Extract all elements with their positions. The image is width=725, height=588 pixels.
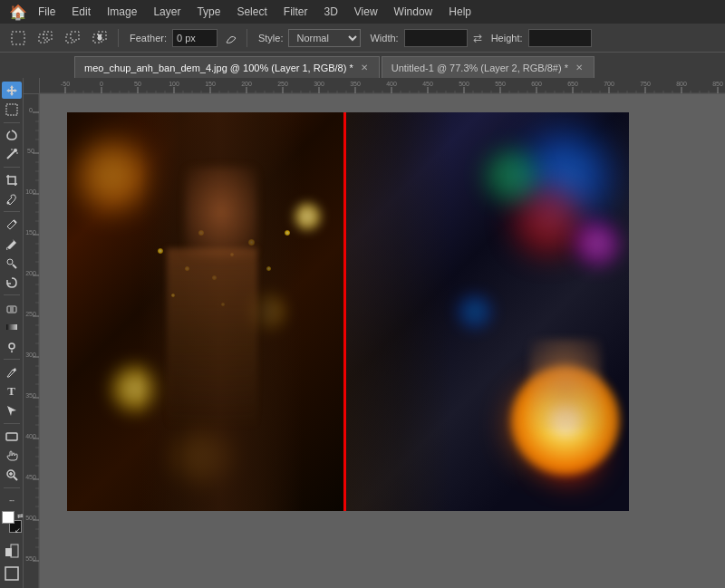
- svg-text:500: 500: [459, 81, 469, 87]
- tool-marquee-rect[interactable]: [2, 101, 22, 118]
- svg-text:350: 350: [350, 81, 361, 87]
- svg-rect-16: [10, 306, 14, 313]
- svg-text:50: 50: [134, 81, 141, 87]
- svg-point-10: [14, 149, 17, 152]
- tool-clone[interactable]: [2, 255, 22, 272]
- tool-hand[interactable]: [2, 447, 22, 464]
- tool-heal[interactable]: [2, 216, 22, 233]
- tool-zoom[interactable]: [2, 466, 22, 483]
- canvas-divider-line: [343, 112, 346, 511]
- menu-type[interactable]: Type: [189, 3, 227, 21]
- tool-quick-mask[interactable]: [2, 542, 22, 559]
- tool-sep-7: [4, 487, 20, 488]
- svg-text:700: 700: [604, 81, 614, 87]
- svg-rect-4: [71, 32, 79, 40]
- svg-text:100: 100: [25, 188, 36, 195]
- menu-window[interactable]: Window: [387, 3, 440, 21]
- svg-text:350: 350: [25, 392, 36, 399]
- foreground-color[interactable]: [2, 511, 14, 524]
- app-home-icon[interactable]: 🏠: [7, 1, 29, 23]
- svg-text:450: 450: [422, 81, 433, 87]
- tool-move[interactable]: [2, 82, 22, 99]
- tool-sep-5: [4, 359, 20, 360]
- tool-dodge[interactable]: [2, 338, 22, 355]
- style-select[interactable]: Normal Fixed Ratio Fixed Size: [288, 29, 361, 47]
- tab-1-close[interactable]: ✕: [574, 63, 585, 72]
- svg-rect-19: [6, 433, 17, 440]
- tool-shape[interactable]: [2, 428, 22, 445]
- default-colors-icon[interactable]: ↙: [14, 526, 21, 535]
- menu-help[interactable]: Help: [441, 3, 478, 21]
- new-selection-icon[interactable]: [7, 27, 29, 49]
- menu-select[interactable]: Select: [229, 3, 274, 21]
- svg-point-14: [7, 259, 13, 265]
- canvas-document[interactable]: [67, 112, 629, 511]
- options-separator-2: [246, 29, 247, 47]
- tool-history-brush[interactable]: [2, 274, 22, 291]
- menu-filter[interactable]: Filter: [276, 3, 315, 21]
- menu-edit[interactable]: Edit: [64, 3, 98, 21]
- svg-line-9: [7, 151, 14, 159]
- tab-0[interactable]: meo_chup_anh_ban_dem_4.jpg @ 100% (Layer…: [74, 56, 380, 78]
- svg-text:200: 200: [25, 270, 36, 276]
- width-input[interactable]: [404, 29, 468, 47]
- svg-text:650: 650: [567, 81, 578, 87]
- height-input[interactable]: [528, 29, 592, 47]
- svg-text:400: 400: [25, 433, 36, 439]
- svg-rect-26: [5, 567, 18, 580]
- menu-file[interactable]: File: [31, 3, 63, 21]
- tool-brush[interactable]: [2, 236, 22, 253]
- svg-rect-17: [6, 324, 17, 330]
- swap-dimensions-icon[interactable]: ⇄: [473, 32, 482, 44]
- horizontal-ruler: -500501001502002503003504004505005506006…: [40, 78, 725, 94]
- svg-point-13: [6, 201, 9, 204]
- svg-rect-8: [6, 104, 17, 115]
- color-palette[interactable]: ⇄ ↙: [2, 511, 22, 534]
- feather-icon: [223, 27, 239, 49]
- tool-eraser[interactable]: [2, 299, 22, 316]
- feather-input[interactable]: [172, 29, 218, 47]
- svg-text:-50: -50: [61, 81, 70, 87]
- main-area: T ··· ⇄ ↙: [0, 78, 725, 588]
- svg-rect-7: [98, 34, 102, 40]
- vertical-ruler: 050100150200250300350400450500550: [24, 94, 40, 588]
- svg-text:0: 0: [29, 107, 33, 113]
- tool-extra[interactable]: ···: [2, 491, 22, 508]
- tool-text[interactable]: T: [2, 382, 22, 400]
- subtract-selection-icon[interactable]: [62, 27, 83, 49]
- tool-gradient[interactable]: [2, 319, 22, 336]
- svg-text:100: 100: [169, 81, 179, 87]
- menu-view[interactable]: View: [347, 3, 385, 21]
- tool-eyedropper[interactable]: [2, 190, 22, 207]
- menu-image[interactable]: Image: [100, 3, 144, 21]
- tool-crop[interactable]: [2, 171, 22, 188]
- photo-right: [343, 112, 629, 511]
- svg-text:550: 550: [25, 555, 36, 562]
- ruler-corner: [24, 78, 40, 94]
- photo-left: [67, 112, 343, 511]
- tool-magic-wand[interactable]: [2, 146, 22, 163]
- svg-text:600: 600: [531, 81, 542, 87]
- intersect-selection-icon[interactable]: [89, 27, 111, 49]
- svg-text:750: 750: [640, 81, 651, 87]
- tab-1[interactable]: Untitled-1 @ 77.3% (Layer 2, RGB/8#) * ✕: [382, 56, 594, 78]
- toolbar: T ··· ⇄ ↙: [0, 78, 24, 588]
- menu-layer[interactable]: Layer: [146, 3, 188, 21]
- svg-rect-25: [11, 545, 18, 557]
- svg-text:550: 550: [495, 81, 506, 87]
- tab-0-label: meo_chup_anh_ban_dem_4.jpg @ 100% (Layer…: [84, 63, 353, 73]
- canvas-area[interactable]: [40, 94, 725, 588]
- menu-3d[interactable]: 3D: [316, 3, 344, 21]
- tool-path-select[interactable]: [2, 402, 22, 419]
- tab-0-close[interactable]: ✕: [359, 63, 370, 72]
- options-bar: Feather: Style: Normal Fixed Ratio Fixed…: [0, 24, 725, 53]
- svg-text:500: 500: [25, 515, 36, 521]
- add-selection-icon[interactable]: [34, 27, 56, 49]
- swap-colors-icon[interactable]: ⇄: [17, 512, 24, 520]
- svg-point-18: [9, 343, 14, 349]
- tool-pen[interactable]: [2, 363, 22, 381]
- tool-screen-mode[interactable]: [2, 565, 22, 583]
- svg-text:150: 150: [25, 229, 36, 236]
- svg-text:150: 150: [205, 81, 216, 87]
- tool-lasso[interactable]: [2, 126, 22, 143]
